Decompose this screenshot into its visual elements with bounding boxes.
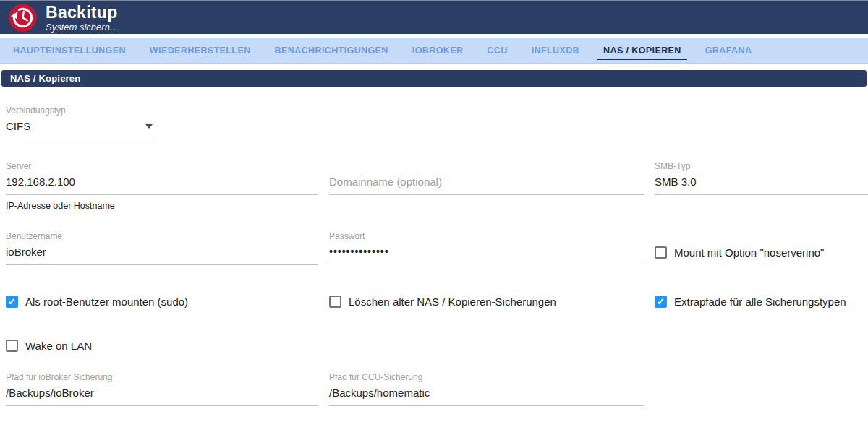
checkbox-label: Löschen alter NAS / Kopieren-Sicherungen [349,296,556,308]
pfad-ccu-label: Pfad für CCU-Sicherung [329,372,644,382]
app-header: Backitup System sichern... [0,0,868,34]
checkbox-box[interactable] [329,296,341,308]
pfad-iobroker-input[interactable] [6,382,318,406]
field-server: Server IP-Adresse oder Hostname [6,161,318,211]
checkbox-box[interactable] [655,296,667,308]
field-pfad-iobroker: Pfad für ioBroker Sicherung [6,372,318,406]
tab-grafana[interactable]: GRAFANA [699,38,758,63]
checkbox-label: Als root-Benutzer mounten (sudo) [25,296,188,308]
field-benutzername: Benutzername [6,231,318,265]
checkbox-box[interactable] [6,340,18,352]
checkbox-wake-on-lan[interactable]: Wake on LAN [6,340,318,352]
pfad-iobroker-label: Pfad für ioBroker Sicherung [6,372,318,382]
checkbox-extra-paths[interactable]: Extrapfade für alle Sicherungstypen [655,296,868,308]
checkbox-noserverino[interactable]: Mount mit Option "noserverino" [655,240,868,265]
section-title: NAS / Kopieren [1,70,867,87]
smb-typ-input[interactable] [655,171,868,195]
nas-settings-form: Verbindungstyp CIFS Server IP-Adresse od… [0,106,868,406]
server-input[interactable] [6,171,318,195]
field-pfad-ccu: Pfad für CCU-Sicherung [329,372,644,406]
tab-iobroker[interactable]: IOBROKER [407,38,469,63]
benutzername-input[interactable] [6,241,318,265]
tab-bar: HAUPTEINSTELLUNGEN WIEDERHERSTELLEN BENA… [0,38,868,64]
app-subtitle: System sichern... [46,22,118,33]
field-domainname [329,161,644,211]
passwort-label: Passwort [329,231,644,241]
domainname-input[interactable] [329,171,644,195]
field-smb-typ: SMB-Typ [655,161,868,211]
field-verbindungstyp: Verbindungstyp CIFS [6,106,318,139]
verbindungstyp-label: Verbindungstyp [6,106,318,116]
verbindungstyp-select[interactable]: CIFS [6,116,156,139]
smb-typ-label: SMB-Typ [655,161,868,171]
tab-influxdb[interactable]: INFLUXDB [526,38,585,63]
app-title: Backitup [46,4,118,22]
checkbox-delete-old-backups[interactable]: Löschen alter NAS / Kopieren-Sicherungen [329,296,644,308]
checkbox-label: Wake on LAN [25,340,92,352]
checkbox-box[interactable] [6,296,18,308]
field-passwort: Passwort [329,231,644,265]
checkbox-label: Mount mit Option "noserverino" [674,246,824,259]
tab-haupteinstellungen[interactable]: HAUPTEINSTELLUNGEN [7,38,132,63]
tab-nas-kopieren[interactable]: NAS / KOPIEREN [597,38,687,63]
server-label: Server [6,161,318,171]
verbindungstyp-value: CIFS [6,120,30,132]
benutzername-label: Benutzername [6,231,318,241]
pfad-ccu-input[interactable] [329,382,644,406]
backup-clock-icon [8,3,38,33]
checkbox-root-mount-sudo[interactable]: Als root-Benutzer mounten (sudo) [6,296,318,308]
passwort-input[interactable] [329,241,644,264]
tab-wiederherstellen[interactable]: WIEDERHERSTELLEN [144,38,257,63]
tab-ccu[interactable]: CCU [481,38,513,63]
chevron-down-icon [145,124,153,129]
checkbox-box[interactable] [655,246,667,259]
checkbox-label: Extrapfade für alle Sicherungstypen [674,296,846,308]
tab-benachrichtigungen[interactable]: BENACHRICHTIGUNGEN [269,38,394,63]
server-helper: IP-Adresse oder Hostname [6,201,318,211]
